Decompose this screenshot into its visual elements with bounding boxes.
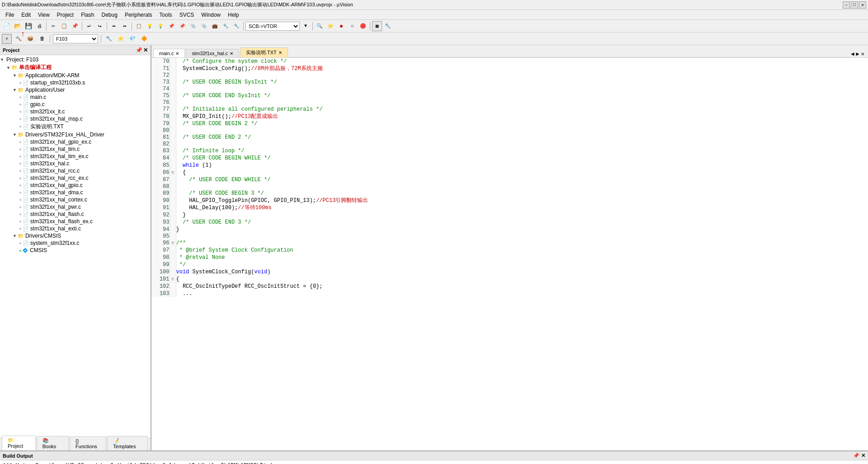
menu-item-flash[interactable]: Flash <box>77 11 98 19</box>
fold-gutter-72[interactable] <box>170 72 176 79</box>
code-line-91[interactable]: HAL_Delay(100);//等待100ms <box>176 204 868 211</box>
tree-item-drv_cmsis[interactable]: ▼📁Drivers/CMSIS <box>0 232 151 239</box>
code-line-94[interactable]: } <box>176 226 868 233</box>
download-btn[interactable]: 💎 <box>127 34 137 44</box>
code-line-73[interactable]: /* USER CODE BEGIN SysInit */ <box>176 79 868 86</box>
fold-gutter-89[interactable] <box>170 190 176 197</box>
batch-build-btn[interactable]: 📦 <box>25 34 35 44</box>
tb-btn-9[interactable]: 🔧 <box>221 21 231 31</box>
new-file-button[interactable]: 📄 <box>2 21 12 31</box>
fold-gutter-85[interactable] <box>170 162 176 169</box>
code-line-75[interactable]: /* USER CODE END SysInit */ <box>176 92 868 99</box>
tree-item-hal_exti[interactable]: +📄stm32f1xx_hal_exti.c <box>0 225 151 232</box>
tree-item-hal_cortex[interactable]: +📄stm32f1xx_hal_cortex.c <box>0 196 151 203</box>
tb-btn-4[interactable]: 📌 <box>166 21 176 31</box>
fold-gutter-77[interactable] <box>170 106 176 113</box>
run-btn[interactable]: ● <box>336 21 346 31</box>
tree-item-app_mdk[interactable]: ▼📁Application/MDK-ARM <box>0 72 151 79</box>
fold-gutter-75[interactable] <box>170 92 176 99</box>
tree-item-app_user[interactable]: ▼📁Application/User <box>0 86 151 94</box>
code-line-76[interactable] <box>176 99 868 106</box>
code-line-101[interactable]: { <box>176 276 868 283</box>
fold-gutter-87[interactable] <box>170 176 176 183</box>
code-line-88[interactable] <box>176 183 868 190</box>
fold-gutter-101[interactable]: ▽ <box>170 276 176 283</box>
menu-item-svcs[interactable]: SVCS <box>176 11 198 19</box>
tree-item-root[interactable]: ▼Project: F103 <box>0 56 151 63</box>
tree-item-hal_c[interactable]: +📄stm32f1xx_hal.c <box>0 160 151 167</box>
fold-gutter-102[interactable] <box>170 283 176 290</box>
menu-item-help[interactable]: Help <box>224 11 243 19</box>
main-c-tab-close[interactable]: ✕ <box>175 51 179 56</box>
editor-nav-right[interactable]: ▶ <box>856 51 859 57</box>
fold-gutter-82[interactable] <box>170 141 176 147</box>
tree-item-sys_stm32[interactable]: +📄system_stm32f1xx.c <box>0 239 151 247</box>
fold-gutter-97[interactable] <box>170 247 176 254</box>
tb-btn-3[interactable]: 💡 <box>156 21 165 31</box>
menu-item-window[interactable]: Window <box>198 11 224 19</box>
code-line-84[interactable]: /* USER CODE BEGIN WHILE */ <box>176 155 868 162</box>
code-line-74[interactable] <box>176 86 868 92</box>
back-button[interactable]: ⬅ <box>109 21 119 31</box>
fold-gutter-86[interactable]: ▽ <box>170 169 176 176</box>
panel-close-btn[interactable]: ✕ <box>143 47 148 53</box>
panel-tab-templates[interactable]: 📝 Templates <box>107 436 148 450</box>
erase-btn[interactable]: 🔶 <box>139 34 149 44</box>
tree-item-hal_pwr[interactable]: +📄stm32f1xx_hal_pwr.c <box>0 203 151 211</box>
tree-item-hal_flash[interactable]: +📄stm32f1xx_hal_flash.c <box>0 211 151 218</box>
code-line-90[interactable]: HAL_GPIO_TogglePin(GPIOC, GPIO_PIN_13);/… <box>176 197 868 204</box>
code-line-96[interactable]: /** <box>176 239 868 247</box>
scb-vtor-dropdown[interactable]: SCB->VTOR <box>245 22 300 31</box>
code-line-85[interactable]: while (1) <box>176 162 868 169</box>
fold-gutter-80[interactable] <box>170 127 176 134</box>
print-button[interactable]: 🖨 <box>34 21 44 31</box>
tree-item-main_c[interactable]: +📄main.c <box>0 94 151 101</box>
code-line-71[interactable]: SystemClock_Config();//8M外部晶振，72M系统主频 <box>176 65 868 72</box>
code-line-83[interactable]: /* Infinite loop */ <box>176 147 868 155</box>
compile-btn[interactable]: ⚡ <box>2 34 12 44</box>
tree-item-stm32_it[interactable]: +📄stm32f1xx_it.c <box>0 108 151 115</box>
save-button[interactable]: 💾 <box>24 21 33 31</box>
tree-item-stm32_msp[interactable]: +📄stm32f1xx_hal_msp.c <box>0 115 151 122</box>
minimize-button[interactable]: － <box>843 1 850 9</box>
tree-item-hal_tim[interactable]: +📄stm32f1xx_hal_tim.c <box>0 145 151 153</box>
fold-gutter-71[interactable] <box>170 65 176 72</box>
fold-gutter-83[interactable] <box>170 147 176 155</box>
redo-button[interactable]: ↪ <box>95 21 105 31</box>
forward-button[interactable]: ➡ <box>120 21 130 31</box>
fold-gutter-74[interactable] <box>170 86 176 92</box>
paste-button[interactable]: 📌 <box>70 21 80 31</box>
target-options-btn[interactable]: 🔧 <box>104 34 114 44</box>
editor-nav-left[interactable]: ◀ <box>851 51 854 57</box>
build-close-btn[interactable]: ✕ <box>861 453 865 459</box>
hal-tab-close[interactable]: ✕ <box>230 51 233 56</box>
code-line-92[interactable]: } <box>176 211 868 219</box>
code-line-95[interactable] <box>176 233 868 239</box>
cut-button[interactable]: ✂ <box>48 21 58 31</box>
fold-gutter-76[interactable] <box>170 99 176 106</box>
tree-item-cmsis[interactable]: ⬥💠CMSIS <box>0 247 151 254</box>
code-line-89[interactable]: /* USER CODE BEGIN 3 */ <box>176 190 868 197</box>
fold-gutter-81[interactable] <box>170 134 176 141</box>
tree-item-drv_hal[interactable]: ▼📁Drivers/STM32F1xx_HAL_Driver <box>0 131 151 138</box>
fold-gutter-94[interactable] <box>170 226 176 233</box>
code-line-99[interactable]: */ <box>176 261 868 268</box>
code-line-86[interactable]: { <box>176 169 868 176</box>
menu-item-peripherals[interactable]: Peripherals <box>121 11 156 19</box>
code-line-98[interactable]: * @retval None <box>176 254 868 261</box>
code-line-77[interactable]: /* Initialize all configured peripherals… <box>176 106 868 113</box>
view-btn[interactable]: ▦ <box>372 21 382 31</box>
code-line-80[interactable] <box>176 127 868 134</box>
build-all-btn[interactable]: 🔨 <box>14 34 24 44</box>
code-line-102[interactable]: RCC_OscInitTypeDef RCC_OscInitStruct = {… <box>176 283 868 290</box>
fold-gutter-91[interactable] <box>170 204 176 211</box>
fold-gutter-100[interactable] <box>170 268 176 276</box>
tree-item-hal_rcc[interactable]: +📄stm32f1xx_hal_rcc.c <box>0 167 151 174</box>
code-line-72[interactable] <box>176 72 868 79</box>
tb-btn-7[interactable]: 📎 <box>199 21 209 31</box>
code-line-93[interactable]: /* USER CODE END 3 */ <box>176 219 868 226</box>
menu-item-project[interactable]: Project <box>53 11 77 19</box>
panel-tab-functions[interactable]: {} Functions <box>70 436 106 450</box>
code-line-79[interactable]: /* USER CODE BEGIN 2 */ <box>176 120 868 127</box>
panel-tab-project[interactable]: 📁 Project <box>2 436 36 450</box>
